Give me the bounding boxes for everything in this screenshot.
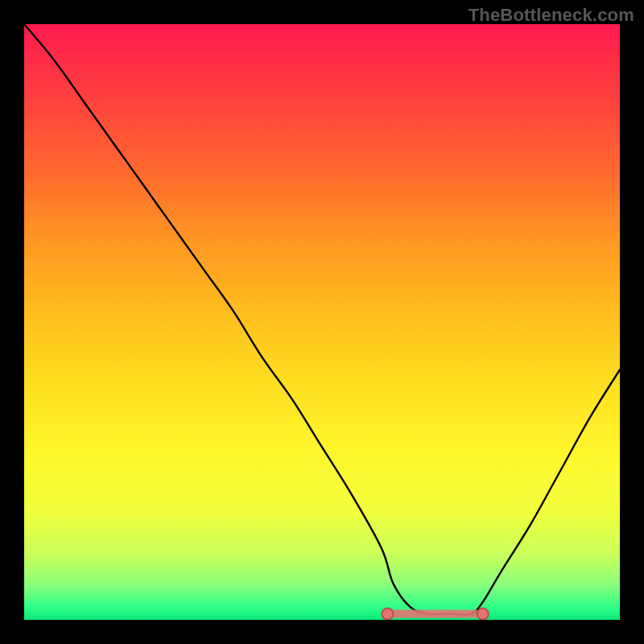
acceptable-zone-right-cap — [477, 609, 489, 620]
credit-text: TheBottleneck.com — [469, 5, 634, 26]
chart-stage: TheBottleneck.com — [0, 0, 644, 644]
acceptable-zone-left-cap — [382, 609, 393, 620]
plot-area — [24, 24, 620, 620]
acceptable-zone — [387, 610, 482, 618]
curve-svg — [24, 24, 620, 620]
bottleneck-curve-line — [24, 24, 620, 615]
